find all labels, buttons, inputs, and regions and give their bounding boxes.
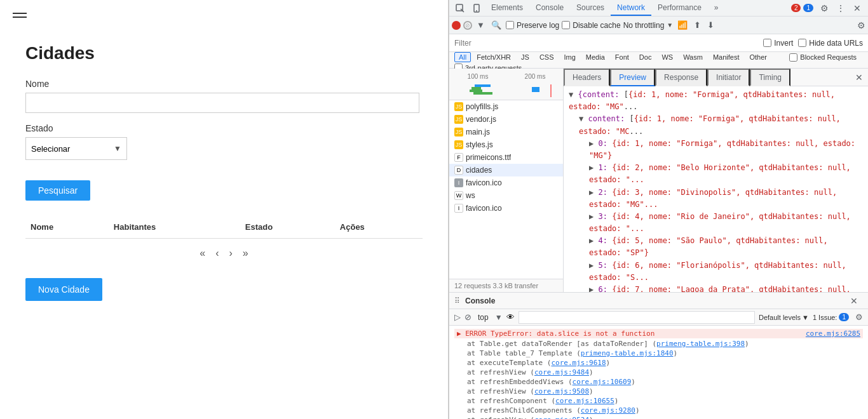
estado-select[interactable]: Selecionar: [31, 144, 121, 154]
list-item[interactable]: I favicon.ico: [449, 176, 563, 189]
stack-link-4[interactable]: core.mjs:10609: [573, 378, 632, 386]
stack-link-6[interactable]: core.mjs:10655: [555, 397, 614, 405]
estado-select-wrapper[interactable]: Selecionar ▼: [25, 137, 127, 160]
type-ws[interactable]: WS: [657, 52, 677, 62]
disable-cache-label[interactable]: Disable cache: [562, 21, 620, 30]
type-wasm[interactable]: Wasm: [679, 52, 707, 62]
expand-item-0-icon[interactable]: ▶: [589, 139, 593, 148]
last-page-btn[interactable]: »: [240, 246, 251, 260]
type-fetch-xhr[interactable]: Fetch/XHR: [472, 52, 515, 62]
list-item[interactable]: JS vendor.js: [449, 113, 563, 126]
list-item-cidades[interactable]: D cidades: [449, 164, 563, 176]
type-font[interactable]: Font: [611, 52, 634, 62]
error-source-link[interactable]: core.mjs:6285: [806, 329, 860, 338]
console-settings-icon[interactable]: ⚙: [855, 312, 863, 322]
error-expand-icon[interactable]: ▶: [457, 329, 465, 338]
disable-cache-checkbox[interactable]: [562, 21, 570, 29]
list-item[interactable]: JS styles.js: [449, 138, 563, 151]
tab-more[interactable]: »: [708, 1, 725, 16]
device-icon[interactable]: [468, 1, 485, 16]
hide-data-urls-checkbox[interactable]: [798, 39, 806, 47]
stack-link-1[interactable]: primeng-table.mjs:1840: [581, 349, 674, 357]
type-other[interactable]: Other: [745, 52, 771, 62]
type-manifest[interactable]: Manifest: [709, 52, 744, 62]
expand-item-1-icon[interactable]: ▶: [589, 163, 593, 172]
console-top-dropdown-icon[interactable]: ▼: [495, 313, 503, 322]
pesquisar-button[interactable]: Pesquisar: [25, 180, 90, 201]
console-levels[interactable]: Default levels ▼: [759, 314, 809, 321]
blocked-requests-checkbox[interactable]: [789, 53, 797, 62]
nome-input[interactable]: [25, 93, 419, 113]
tab-elements[interactable]: Elements: [485, 1, 529, 16]
list-item[interactable]: F primeicons.ttf: [449, 151, 563, 164]
type-css[interactable]: CSS: [535, 52, 559, 62]
stop-button[interactable]: ⊘: [463, 21, 472, 30]
type-media[interactable]: Media: [581, 52, 609, 62]
preserve-log-checkbox[interactable]: [506, 21, 514, 29]
stack-link-5[interactable]: core.mjs:9508: [534, 387, 589, 396]
expand-item-4-icon[interactable]: ▶: [589, 236, 593, 245]
prev-page-btn[interactable]: ‹: [213, 246, 221, 260]
inspect-icon[interactable]: [452, 1, 468, 16]
console-eye-icon[interactable]: 👁: [506, 312, 515, 322]
col-acoes: Ações: [335, 216, 423, 239]
invert-checkbox[interactable]: [763, 39, 771, 47]
expand-item-2-icon[interactable]: ▶: [589, 188, 593, 197]
stack-link-2[interactable]: core.mjs:9618: [551, 359, 606, 367]
invert-label[interactable]: Invert: [763, 39, 793, 48]
filter-input[interactable]: [477, 39, 759, 48]
first-page-btn[interactable]: «: [197, 246, 208, 260]
close-preview-icon[interactable]: ✕: [853, 72, 865, 83]
hide-data-urls-label[interactable]: Hide data URLs: [798, 39, 863, 48]
console-stop-icon[interactable]: ⊘: [465, 312, 471, 322]
close-console-icon[interactable]: ✕: [848, 296, 860, 306]
expand-root-icon[interactable]: ▼: [569, 90, 573, 99]
list-item[interactable]: JS main.js: [449, 126, 563, 138]
next-page-btn[interactable]: ›: [227, 246, 235, 260]
network-settings-icon[interactable]: ⚙: [857, 20, 865, 30]
record-button[interactable]: [452, 21, 461, 30]
tab-sources[interactable]: Sources: [570, 1, 611, 16]
type-doc[interactable]: Doc: [635, 52, 656, 62]
download-icon[interactable]: ⬇: [705, 20, 716, 30]
tab-performance[interactable]: Performance: [651, 1, 708, 16]
throttle-arrow[interactable]: ▼: [667, 22, 673, 29]
expand-content-icon[interactable]: ▼: [579, 114, 583, 123]
tab-network[interactable]: Network: [611, 1, 651, 16]
tab-headers[interactable]: Headers: [564, 69, 610, 86]
hamburger-menu[interactable]: [0, 0, 448, 30]
list-item[interactable]: I favicon.ico: [449, 202, 563, 215]
list-item[interactable]: W ws: [449, 189, 563, 202]
more-options-icon[interactable]: ⋮: [832, 1, 849, 16]
preserve-log-label[interactable]: Preserve log: [506, 21, 559, 30]
expand-item-3-icon[interactable]: ▶: [589, 212, 593, 221]
type-js[interactable]: JS: [517, 52, 534, 62]
console-exec-icon[interactable]: ▷: [454, 312, 461, 322]
list-item[interactable]: JS polyfills.js: [449, 100, 563, 113]
console-filter-input[interactable]: [519, 311, 755, 324]
type-all[interactable]: All: [454, 52, 471, 62]
expand-item-6-icon[interactable]: ▶: [589, 285, 593, 292]
expand-item-5-icon[interactable]: ▶: [589, 261, 593, 270]
blocked-requests-label[interactable]: Blocked Requests: [789, 53, 857, 62]
type-img[interactable]: Img: [560, 52, 580, 62]
tab-timing[interactable]: Timing: [750, 69, 790, 86]
tab-console[interactable]: Console: [529, 1, 570, 16]
tab-initiator[interactable]: Initiator: [707, 69, 750, 86]
settings-icon[interactable]: ⚙: [816, 1, 832, 16]
svg-rect-8: [532, 87, 539, 92]
stack-link-8[interactable]: core.mjs:9534: [534, 416, 589, 419]
stack-link-3[interactable]: core.mjs:9484: [534, 368, 589, 376]
stack-link-0[interactable]: primeng-table.mjs:398: [656, 340, 745, 348]
console-drag-icon[interactable]: ⠿: [454, 296, 460, 305]
search-icon[interactable]: 🔍: [489, 20, 503, 30]
online-icon[interactable]: 📶: [675, 20, 689, 30]
close-icon[interactable]: ✕: [849, 1, 865, 16]
stack-link-7[interactable]: core.mjs:9280: [581, 406, 635, 415]
tab-response[interactable]: Response: [655, 69, 707, 86]
filter-icon[interactable]: ▼: [475, 20, 487, 30]
nova-cidade-button[interactable]: Nova Cidade: [25, 278, 102, 301]
svg-rect-5: [471, 87, 481, 90]
upload-icon[interactable]: ⬆: [692, 20, 703, 30]
tab-preview[interactable]: Preview: [610, 69, 655, 86]
